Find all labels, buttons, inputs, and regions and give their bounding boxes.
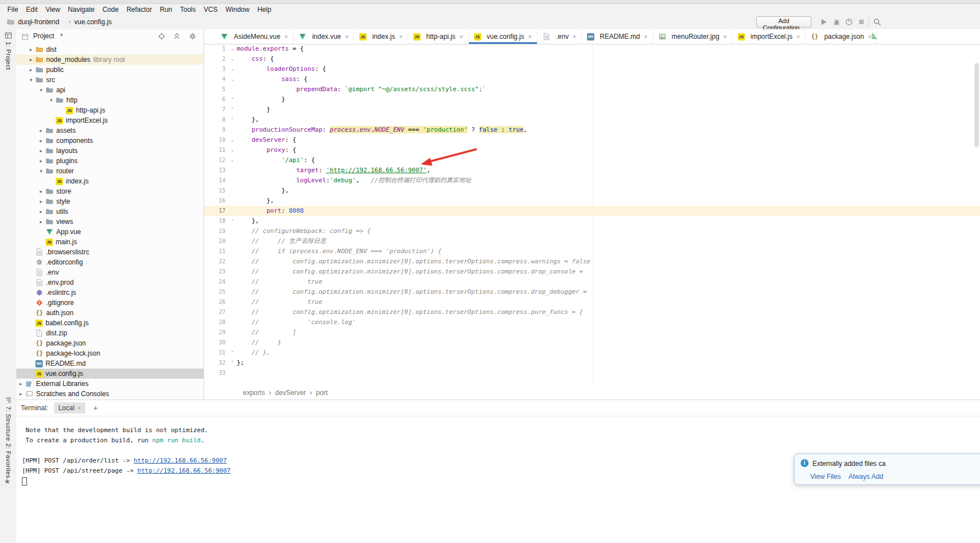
tab-menuRouter.jpg[interactable]: menuRouter.jpg× <box>653 29 733 44</box>
editor-scrollbar[interactable] <box>974 63 979 147</box>
close-tab-icon[interactable]: × <box>528 33 531 40</box>
tree-chevron-icon[interactable]: ▸ <box>16 381 25 387</box>
code-line[interactable]: 25 // config.optimization.minimizer[0].o… <box>204 287 980 297</box>
tree-row-api[interactable]: ▾api <box>16 85 204 95</box>
menu-view[interactable]: View <box>42 5 64 15</box>
fold-marker[interactable]: ⌄ <box>228 54 237 64</box>
close-tab-icon[interactable]: × <box>399 33 403 40</box>
tree-row-.env[interactable]: .env <box>16 267 204 277</box>
tree-row-dist.zip[interactable]: dist.zip <box>16 328 204 338</box>
new-terminal-icon[interactable]: + <box>91 403 100 412</box>
tree-row-index.js[interactable]: JSindex.js <box>16 176 204 186</box>
tree-chevron-icon[interactable]: ▸ <box>37 128 46 133</box>
fold-marker[interactable]: ⌃ <box>228 115 237 125</box>
tree-row-.eslintrc.js[interactable]: .eslintrc.js <box>16 288 204 298</box>
code-line[interactable]: 11⌄ proxy: { <box>204 145 980 155</box>
menu-code[interactable]: Code <box>98 5 123 15</box>
close-tab-icon[interactable]: × <box>284 33 288 40</box>
breadcrumb-project[interactable]: duoji-frontend <box>18 18 59 26</box>
inspections-status-icon[interactable] <box>870 33 878 41</box>
code-line[interactable]: 3⌄ loaderOptions: { <box>204 64 980 74</box>
code-line[interactable]: 31⌃ // }, <box>204 348 980 358</box>
tree-row-layouts[interactable]: ▸layouts <box>16 146 204 156</box>
tool-button-project[interactable]: 1: Project <box>0 32 16 70</box>
code-line[interactable]: 2⌄ css: { <box>204 54 980 64</box>
tree-row-plugins[interactable]: ▸plugins <box>16 156 204 166</box>
tree-row-style[interactable]: ▸style <box>16 196 204 207</box>
code-line[interactable]: 1⌄module.exports = { <box>204 44 980 54</box>
tree-chevron-icon[interactable]: ▸ <box>37 199 46 204</box>
close-tab-icon[interactable]: × <box>796 33 800 40</box>
tree-chevron-icon[interactable]: ▸ <box>37 148 46 154</box>
coverage-icon[interactable] <box>844 17 853 26</box>
code-line[interactable]: 16 }, <box>204 196 980 206</box>
tree-row-importExcel.js[interactable]: JSimportExcel.js <box>16 115 204 125</box>
code-line[interactable]: 30 // } <box>204 338 980 348</box>
tree-row-.env.prod[interactable]: .env.prod <box>16 277 204 288</box>
tree-row-main.js[interactable]: JSmain.js <box>16 237 204 247</box>
editor-breadcrumb-item[interactable]: port <box>316 389 328 397</box>
code-line[interactable]: 14 logLevel:'debug', //控制台终端打印代理前的真实地址 <box>204 176 980 186</box>
code-line[interactable]: 23 // config.optimization.minimizer[0].o… <box>204 267 980 277</box>
tree-row-vue.config.js[interactable]: JSvue.config.js <box>16 369 204 379</box>
code-line[interactable]: 26 // true <box>204 297 980 307</box>
code-line[interactable]: 24 // true <box>204 277 980 287</box>
tree-row-.browserslistrc[interactable]: .browserslistrc <box>16 247 204 257</box>
tree-row-src[interactable]: ▾src <box>16 75 204 85</box>
code-line[interactable]: 19 // configureWebpack: config => { <box>204 226 980 236</box>
terminal-url-link[interactable]: http://192.168.66.56:9007 <box>134 457 227 464</box>
run-icon[interactable] <box>819 17 828 26</box>
tab-index.js[interactable]: JSindex.js× <box>354 29 408 44</box>
fold-marker[interactable]: ⌃ <box>228 95 237 105</box>
menu-file[interactable]: File <box>3 5 22 15</box>
fold-marker[interactable]: ⌄ <box>228 135 237 145</box>
code-line[interactable]: 33 <box>204 368 980 378</box>
tree-chevron-icon[interactable]: ▸ <box>26 47 35 52</box>
locate-file-icon[interactable] <box>157 32 166 41</box>
fold-marker[interactable]: ⌄ <box>228 155 237 165</box>
code-line[interactable]: 29 // ] <box>204 327 980 338</box>
close-icon[interactable]: × <box>77 405 80 411</box>
fold-marker[interactable]: ⌄ <box>228 145 237 155</box>
code-line[interactable]: 5 prependData: `@import "~@/assets/scss/… <box>204 84 980 95</box>
menu-run[interactable]: Run <box>156 5 176 15</box>
code-line[interactable]: 18⌃ }, <box>204 216 980 226</box>
tab-AsideMenu.vue[interactable]: AsideMenu.vue× <box>215 29 293 44</box>
tree-chevron-icon[interactable]: ▾ <box>37 168 46 174</box>
fold-marker[interactable]: ⌃ <box>228 348 237 358</box>
code-line[interactable]: 4⌄ sass: { <box>204 74 980 84</box>
terminal-tab-local[interactable]: Local × <box>54 402 85 414</box>
tree-row-components[interactable]: ▸components <box>16 136 204 146</box>
tree-row-views[interactable]: ▸views <box>16 217 204 227</box>
tree-chevron-icon[interactable]: ▸ <box>37 219 46 225</box>
menu-navigate[interactable]: Navigate <box>64 5 98 15</box>
terminal-url-link[interactable]: http://192.168.66.56:9007 <box>137 467 231 474</box>
code-line[interactable]: 7⌃ } <box>204 105 980 115</box>
tree-chevron-icon[interactable]: ▸ <box>37 158 46 164</box>
menu-help[interactable]: Help <box>254 5 276 15</box>
tree-row-External-Libraries[interactable]: ▸External Libraries <box>16 379 204 389</box>
fold-marker[interactable]: ⌃ <box>228 105 237 115</box>
tree-row-App.vue[interactable]: App.vue <box>16 227 204 237</box>
menu-vcs[interactable]: VCS <box>200 5 222 15</box>
menu-window[interactable]: Window <box>222 5 254 15</box>
tree-row-router[interactable]: ▾router <box>16 166 204 176</box>
code-line[interactable]: 10⌄ devServer: { <box>204 135 980 145</box>
close-tab-icon[interactable]: × <box>345 33 349 40</box>
breadcrumb-file[interactable]: vue.config.js <box>74 18 112 26</box>
tree-row-auth.json[interactable]: {}auth.json <box>16 308 204 318</box>
fold-marker[interactable]: ⌃ <box>228 358 237 368</box>
tree-chevron-icon[interactable]: ▸ <box>37 189 46 194</box>
tree-chevron-icon[interactable]: ▾ <box>47 97 56 103</box>
tree-chevron-icon[interactable]: ▸ <box>37 209 46 214</box>
code-line[interactable]: 13 target: 'http://192.168.66.56:9007', <box>204 165 980 176</box>
tree-row-README.md[interactable]: MDREADME.md <box>16 358 204 369</box>
fold-marker[interactable]: ⌄ <box>228 44 237 54</box>
close-tab-icon[interactable]: × <box>459 33 463 40</box>
fold-marker[interactable]: ⌃ <box>228 216 237 226</box>
always-add-link[interactable]: Always Add <box>848 473 883 481</box>
tree-row-public[interactable]: ▸public <box>16 65 204 75</box>
menu-edit[interactable]: Edit <box>22 5 42 15</box>
fold-marker[interactable]: ⌄ <box>228 74 237 84</box>
tree-row-.editorconfig[interactable]: .editorconfig <box>16 257 204 267</box>
